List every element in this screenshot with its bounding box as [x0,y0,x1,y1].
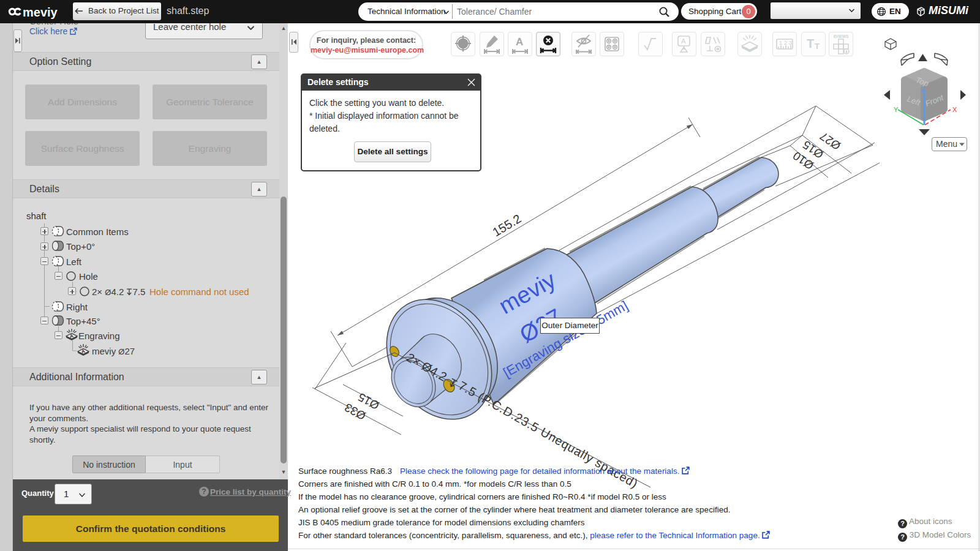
svg-text:Y: Y [894,106,899,113]
svg-text:Z: Z [921,86,925,93]
svg-text:X: X [952,106,957,113]
svg-text:meviy: meviy [23,6,58,19]
